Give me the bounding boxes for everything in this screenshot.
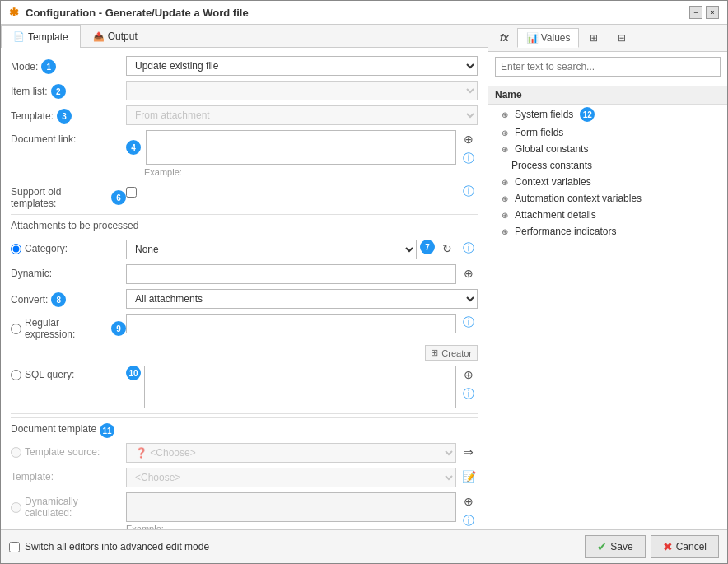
doc-template-edit-btn[interactable]: 📝 [460, 468, 478, 486]
save-icon: ✔ [597, 540, 607, 553]
support-old-info-btn[interactable]: ⓘ [460, 183, 478, 201]
attachments-section-label: Attachments to be processed [11, 218, 138, 231]
tab-output-label: Output [108, 30, 138, 42]
right-tab-grid1[interactable]: ⊞ [581, 28, 607, 48]
expand-icon-automation: ⊕ [502, 194, 511, 203]
dyn-calc-example: Example: [126, 524, 456, 529]
support-old-checkbox[interactable] [126, 187, 137, 198]
regex-row: Regular expression: 9 ⓘ [11, 314, 478, 340]
tree-item-process-constants[interactable]: Process constants [488, 157, 727, 174]
tree-item-automation-context[interactable]: ⊕ Automation context variables [488, 190, 727, 207]
cancel-label: Cancel [676, 541, 707, 552]
doc-template-template-select[interactable]: <Choose> [126, 468, 456, 487]
left-panel: 📄 Template 📤 Output Mode: 1 [1, 25, 488, 529]
document-link-info-btn[interactable]: ⓘ [460, 150, 478, 168]
support-old-control: ⓘ [126, 183, 478, 201]
document-link-wrapper: 4 Example: ⊕ ⓘ [126, 130, 478, 178]
close-button[interactable]: × [706, 6, 719, 19]
category-info-btn[interactable]: ⓘ [460, 240, 478, 258]
context-variables-label: Context variables [515, 176, 591, 188]
category-row: Category: None Category 1 Category 2 7 ↻… [11, 240, 478, 259]
item-list-row: Item list: 2 [11, 81, 478, 100]
system-fields-badge: 12 [580, 107, 595, 122]
document-link-textarea[interactable] [146, 130, 456, 165]
search-box [488, 52, 727, 82]
sql-info-btn[interactable]: ⓘ [460, 385, 478, 403]
doc-template-section-label: Document template [11, 423, 96, 435]
cancel-button[interactable]: ✖ Cancel [651, 535, 719, 558]
tree-item-performance-indicators[interactable]: ⊕ Performance indicators [488, 223, 727, 240]
title-bar: ✱ Configuration - Generate/Update a Word… [1, 1, 727, 25]
dynamic-more-btn[interactable]: ⊕ [460, 264, 478, 282]
mode-select[interactable]: Update existing file Create new file Cre… [126, 56, 478, 76]
document-link-more-btn[interactable]: ⊕ [460, 130, 478, 148]
output-tab-icon: 📤 [93, 31, 105, 42]
sql-radio[interactable] [11, 370, 21, 380]
regex-radio[interactable] [11, 324, 21, 334]
advanced-edit-checkbox[interactable] [9, 542, 20, 552]
regex-badge: 9 [111, 321, 126, 336]
dynamic-input[interactable] [126, 264, 456, 284]
attachments-section-row: Attachments to be processed [11, 218, 478, 235]
tab-template[interactable]: 📄 Template [1, 25, 81, 48]
document-link-badge: 4 [126, 140, 141, 155]
creator-row: ⊞ Creator [11, 345, 478, 361]
dyn-calc-label: Dynamically calculated: [11, 492, 126, 519]
document-link-row: Document link: 4 [11, 130, 478, 178]
tab-output[interactable]: 📤 Output [81, 25, 150, 47]
template-source-arrow-btn[interactable]: ⇒ [460, 443, 478, 461]
category-select[interactable]: None Category 1 Category 2 [126, 240, 417, 259]
template-field-control: From attachment [126, 105, 478, 125]
tree-item-global-constants[interactable]: ⊕ Global constants [488, 141, 727, 157]
mode-badge: 1 [41, 59, 56, 74]
template-badge: 3 [57, 109, 72, 124]
fx-button[interactable]: fx [493, 29, 516, 47]
template-source-radio[interactable] [11, 447, 21, 458]
values-tab-label: Values [541, 32, 571, 44]
separator-2 [11, 413, 478, 414]
item-list-select[interactable] [126, 81, 478, 100]
expand-icon-context: ⊕ [502, 178, 511, 187]
regex-control: ⓘ [126, 314, 478, 333]
save-label: Save [610, 541, 632, 552]
doc-template-template-row: Template: <Choose> 📝 [11, 468, 478, 487]
form-area: Mode: 1 Update existing file Create new … [1, 48, 488, 529]
right-toolbar: fx 📊 Values ⊞ ⊟ [488, 25, 727, 52]
advanced-edit-label: Switch all editors into advanced edit mo… [25, 541, 209, 552]
dyn-calc-radio[interactable] [11, 502, 21, 513]
creator-button[interactable]: ⊞ Creator [425, 345, 478, 361]
regex-info-btn[interactable]: ⓘ [460, 314, 478, 332]
support-old-badge: 6 [111, 190, 126, 205]
dyn-calc-control: Example: ⊕ ⓘ [126, 492, 478, 529]
right-tab-values[interactable]: 📊 Values [517, 28, 580, 48]
category-radio[interactable] [11, 244, 21, 254]
dyn-calc-more-btn[interactable]: ⊕ [460, 492, 478, 510]
right-tab-grid2[interactable]: ⊟ [609, 28, 635, 48]
dynamic-label: Dynamic: [11, 264, 126, 279]
save-button[interactable]: ✔ Save [585, 535, 645, 558]
dyn-calc-textarea[interactable] [126, 492, 456, 522]
convert-badge: 8 [51, 292, 66, 307]
global-constants-label: Global constants [515, 143, 588, 155]
template-source-select[interactable]: ❓ <Choose> [126, 443, 456, 463]
template-select[interactable]: From attachment [126, 105, 478, 125]
convert-control: All attachments Selected attachments Non… [126, 289, 478, 309]
cancel-icon: ✖ [663, 540, 673, 553]
title-bar-left: ✱ Configuration - Generate/Update a Word… [9, 6, 249, 19]
sql-textarea[interactable] [144, 366, 456, 408]
grid2-tab-icon: ⊟ [618, 32, 626, 44]
minimize-button[interactable]: − [689, 6, 702, 19]
category-refresh-btn[interactable]: ↻ [438, 240, 456, 258]
dyn-calc-info-btn[interactable]: ⓘ [460, 512, 478, 529]
system-fields-label: System fields [515, 109, 573, 120]
tree-item-form-fields[interactable]: ⊕ Form fields [488, 124, 727, 141]
search-input[interactable] [495, 57, 721, 77]
convert-select[interactable]: All attachments Selected attachments Non… [126, 289, 478, 309]
sql-more-btn[interactable]: ⊕ [460, 366, 478, 384]
tree-item-attachment-details[interactable]: ⊕ Attachment details [488, 207, 727, 223]
regex-input[interactable] [126, 314, 456, 333]
tree-item-context-variables[interactable]: ⊕ Context variables [488, 174, 727, 190]
document-link-icons: ⊕ ⓘ [460, 130, 478, 168]
sql-badge: 10 [126, 366, 141, 380]
tree-item-system-fields[interactable]: ⊕ System fields 12 [488, 105, 727, 124]
